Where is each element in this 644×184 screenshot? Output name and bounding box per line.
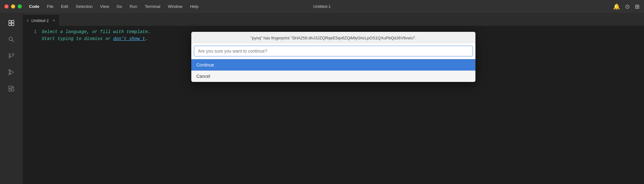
menu-window[interactable]: Window [164,3,186,10]
dialog-options: Continue Cancel [191,59,475,82]
svg-rect-1 [12,20,14,23]
window-title: Untitled-1 [313,4,331,9]
menu-run[interactable]: Run [126,3,141,10]
svg-point-7 [12,54,14,55]
activity-run-debug[interactable] [4,65,19,80]
dialog-header: "pynq" has fingerprint "SHA256:dhJ3JZQRq… [191,32,475,43]
editor-area: ≡ Untitled-1 × 1 Select a language, or f… [23,13,644,184]
close-button[interactable] [4,4,9,9]
activity-extensions[interactable] [4,81,19,96]
activity-source-control[interactable] [4,48,19,63]
svg-rect-15 [12,89,14,91]
menu-file[interactable]: File [43,3,57,10]
activity-search[interactable] [4,32,19,47]
layout-icon[interactable]: ⊞ [635,3,640,10]
svg-rect-0 [9,20,11,23]
avatar-icon[interactable]: ⊙ [625,3,630,10]
dialog-input-row [191,43,475,59]
svg-marker-10 [10,70,14,74]
activity-explorer[interactable] [4,15,19,31]
dialog-continue-option[interactable]: Continue [191,59,475,71]
minimize-button[interactable] [11,4,15,9]
svg-rect-16 [9,86,11,88]
menu-go[interactable]: Go [113,3,126,10]
svg-point-6 [9,54,10,55]
menu-terminal[interactable]: Terminal [141,3,164,10]
maximize-button[interactable] [18,4,22,9]
dialog-cancel-option[interactable]: Cancel [191,71,475,82]
svg-rect-2 [9,23,11,26]
titlebar: Code File Edit Selection View Go Run Ter… [0,0,644,13]
dialog-overlay: "pynq" has fingerprint "SHA256:dhJ3JZQRq… [23,13,644,184]
svg-point-11 [9,70,10,71]
menu-view[interactable]: View [96,3,113,10]
bell-icon[interactable]: 🔔 [613,3,620,10]
menu-help[interactable]: Help [186,3,202,10]
svg-rect-14 [9,89,11,91]
traffic-lights [0,4,22,9]
svg-point-8 [9,56,10,58]
dialog-search-input[interactable] [194,46,473,56]
menu-edit[interactable]: Edit [57,3,72,10]
svg-rect-3 [12,23,14,26]
titlebar-icons: 🔔 ⊙ ⊞ [613,3,640,10]
menu-selection[interactable]: Selection [72,3,96,10]
menu-code[interactable]: Code [25,3,43,10]
activity-bar [0,13,23,184]
fingerprint-dialog: "pynq" has fingerprint "SHA256:dhJ3JZQRq… [191,32,475,82]
svg-point-12 [9,74,10,75]
main-layout: ≡ Untitled-1 × 1 Select a language, or f… [0,13,644,184]
svg-line-5 [12,40,14,42]
